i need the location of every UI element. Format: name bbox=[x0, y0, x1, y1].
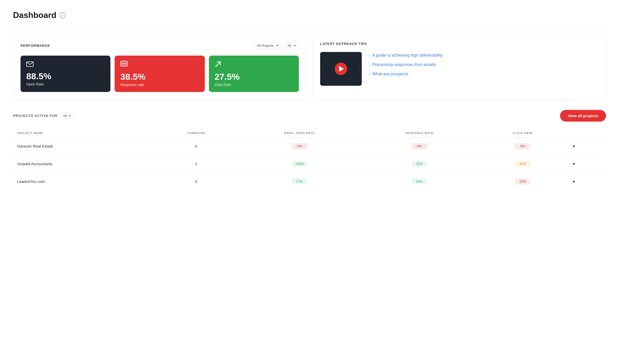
response-rate-badge: 0% bbox=[412, 143, 427, 149]
response-rate-badge: 33% bbox=[412, 161, 427, 167]
tip-link-1[interactable]: › A guide to achieving high deliverabili… bbox=[369, 53, 443, 58]
svg-point-2 bbox=[122, 63, 123, 64]
table-header-row: PROJECT NAME CAMPAIGN EMAIL OPEN RATE RE… bbox=[13, 129, 606, 137]
metrics-row: 88.5% Open Rate 38.5% Response rate bbox=[21, 56, 299, 92]
view-all-projects-button[interactable]: View all projects bbox=[560, 110, 606, 122]
open-rate-cell: 0% bbox=[238, 137, 361, 155]
chevron-icon-2: › bbox=[369, 63, 370, 67]
svg-point-4 bbox=[125, 63, 126, 64]
click-rate-badge: 33% bbox=[515, 161, 530, 167]
header-divider bbox=[13, 26, 606, 27]
campaign-cell: 0 bbox=[155, 137, 238, 155]
table-body: Hanover Real Estate 0 0% 0% 0% ▼ Oswald … bbox=[13, 137, 606, 190]
performance-filters: All Projects All bbox=[253, 42, 299, 49]
projects-table: PROJECT NAME CAMPAIGN EMAIL OPEN RATE RE… bbox=[13, 129, 606, 190]
row-actions-cell: ▼ bbox=[568, 155, 606, 173]
row-dropdown-arrow[interactable]: ▼ bbox=[572, 162, 576, 166]
response-rate-cell: 33% bbox=[361, 155, 478, 173]
click-rate-cell: 33% bbox=[477, 155, 568, 173]
video-thumbnail[interactable] bbox=[320, 52, 362, 86]
response-rate-label: Response rate bbox=[120, 83, 199, 87]
open-rate-cell: 100% bbox=[238, 155, 361, 173]
open-rate-label: Open Rate bbox=[26, 82, 105, 86]
outreach-tips-card: LATEST OUTREACH TIPS › A guide to achiev… bbox=[313, 34, 606, 100]
projects-active-filter[interactable]: All bbox=[60, 112, 74, 119]
performance-header: PERFORMANCE All Projects All bbox=[21, 42, 299, 49]
row-dropdown-arrow[interactable]: ▼ bbox=[572, 180, 576, 184]
col-response-rate: RESPONSE RATE bbox=[361, 129, 478, 137]
performance-title: PERFORMANCE bbox=[21, 44, 50, 48]
col-open-rate: EMAIL OPEN RATE bbox=[238, 129, 361, 137]
project-name-cell: Hanover Real Estate bbox=[13, 137, 155, 155]
col-campaign: CAMPAIGN bbox=[155, 129, 238, 137]
page-title: Dashboard bbox=[13, 10, 56, 20]
open-rate-icon bbox=[26, 61, 105, 69]
video-play-button[interactable] bbox=[335, 63, 347, 75]
open-rate-value: 88.5% bbox=[26, 72, 105, 81]
response-rate-tile: 38.5% Response rate bbox=[115, 56, 205, 92]
table-row: Leads4You.com 3 77% 44% 22% ▼ bbox=[13, 173, 606, 190]
chevron-icon-1: › bbox=[369, 53, 370, 57]
outreach-tips-title: LATEST OUTREACH TIPS bbox=[320, 42, 598, 46]
click-rate-badge: 0% bbox=[515, 143, 530, 149]
row-actions-cell: ▼ bbox=[568, 173, 606, 190]
click-rate-cell: 22% bbox=[477, 173, 568, 190]
campaign-cell: 1 bbox=[155, 155, 238, 173]
top-row: PERFORMANCE All Projects All 88. bbox=[13, 34, 606, 100]
tip-link-2[interactable]: › Processing responses from emails bbox=[369, 62, 443, 67]
response-rate-cell: 44% bbox=[361, 173, 478, 190]
tip-link-3[interactable]: › What are prospects bbox=[369, 72, 443, 76]
project-name-cell: Leads4You.com bbox=[13, 173, 155, 190]
row-dropdown-arrow[interactable]: ▼ bbox=[572, 144, 576, 148]
projects-header: PROJECTS ACTIVE FOR All View all project… bbox=[13, 110, 606, 122]
tips-content: › A guide to achieving high deliverabili… bbox=[320, 52, 598, 86]
response-rate-value: 38.5% bbox=[120, 72, 199, 81]
open-rate-badge: 77% bbox=[292, 178, 307, 184]
period-filter[interactable]: All bbox=[284, 42, 299, 49]
click-rate-label: Click Rate bbox=[215, 83, 293, 87]
col-click-rate: CLICK RATE bbox=[477, 129, 568, 137]
response-rate-icon bbox=[120, 61, 199, 69]
response-rate-cell: 0% bbox=[361, 137, 478, 155]
col-project-name: PROJECT NAME bbox=[13, 129, 155, 137]
info-icon[interactable]: ℹ bbox=[60, 12, 66, 18]
project-name-cell: Oswald Accountants bbox=[13, 155, 155, 173]
row-actions-cell: ▼ bbox=[568, 137, 606, 155]
page-header: Dashboard ℹ bbox=[13, 10, 606, 20]
table-header: PROJECT NAME CAMPAIGN EMAIL OPEN RATE RE… bbox=[13, 129, 606, 137]
click-rate-icon bbox=[215, 61, 293, 69]
table-row: Hanover Real Estate 0 0% 0% 0% ▼ bbox=[13, 137, 606, 155]
col-actions bbox=[568, 129, 606, 137]
tips-links: › A guide to achieving high deliverabili… bbox=[369, 52, 443, 76]
projects-filter[interactable]: All Projects bbox=[253, 42, 281, 49]
click-rate-cell: 0% bbox=[477, 137, 568, 155]
click-rate-badge: 22% bbox=[515, 178, 530, 184]
click-rate-value: 27.5% bbox=[215, 72, 293, 81]
table-row: Oswald Accountants 1 100% 33% 33% ▼ bbox=[13, 155, 606, 173]
click-rate-tile: 27.5% Click Rate bbox=[209, 56, 299, 92]
open-rate-cell: 77% bbox=[238, 173, 361, 190]
campaign-cell: 3 bbox=[155, 173, 238, 190]
svg-point-3 bbox=[123, 63, 124, 64]
open-rate-badge: 100% bbox=[292, 161, 307, 167]
chevron-icon-3: › bbox=[369, 72, 370, 76]
open-rate-tile: 88.5% Open Rate bbox=[21, 56, 110, 92]
performance-card: PERFORMANCE All Projects All 88. bbox=[13, 34, 306, 100]
projects-active-label: PROJECTS ACTIVE FOR All bbox=[13, 112, 74, 119]
response-rate-badge: 44% bbox=[412, 178, 427, 184]
open-rate-badge: 0% bbox=[292, 143, 307, 149]
